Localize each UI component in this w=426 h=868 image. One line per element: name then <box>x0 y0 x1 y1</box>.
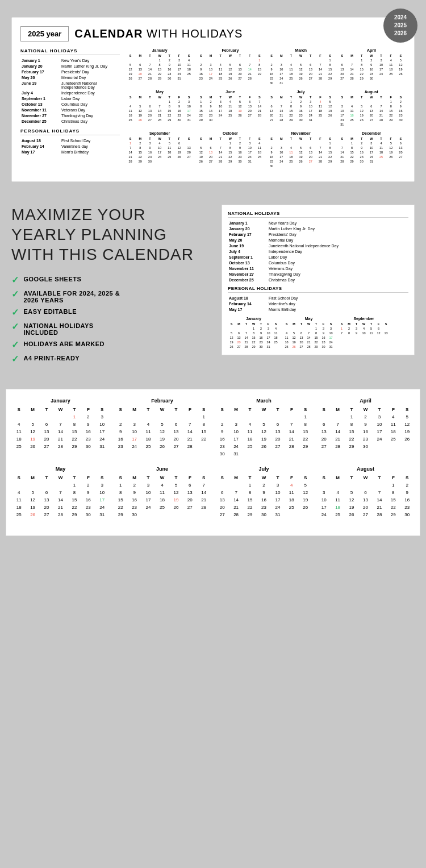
feature-item-6: ✓A4 PRINT-READY <box>11 355 210 364</box>
badge-year1: 2024 <box>394 14 407 22</box>
table-row: October 13Columbus Day <box>228 260 408 265</box>
feature-item-4: ✓NATIONAL HOLIDAYSINCLUDED <box>11 322 210 336</box>
preview-mini-jan: January SMTWTFS 1234 567891011 121314151… <box>228 317 279 349</box>
table-row: August 18First School Day <box>20 138 120 143</box>
mini-cal-august: August SMTWTFS 12 3456789 10111213141516… <box>337 90 406 127</box>
mini-cal-september: September SMTWTFS 123456 78910111213 141… <box>126 131 194 168</box>
personal-holidays-title: PERSONAL HOLIDAYS <box>20 128 120 135</box>
mini-cal-january: January SMTWTFS 1234 567891011 121314151… <box>126 48 194 85</box>
card-header: 2025 year CALENDAR WITH HOLIDAYS <box>20 26 406 41</box>
mini-cal-july: July SMTWTFS 12345 6789101112 1314151617… <box>267 90 335 127</box>
bottom-cal-jun2: June SMTWTFS 1234567 891011121314 151617… <box>114 466 211 518</box>
table-row: October 13Columbus Day <box>20 101 120 107</box>
check-icon-4: ✓ <box>11 321 19 332</box>
feature-label-1: GOOGLE SHEETS <box>24 276 82 283</box>
table-row: July 4Independence Day <box>228 248 408 254</box>
preview-personal-title: PERSONAL HOLIDAYS <box>228 286 408 293</box>
preview-national-table: January 1New Year's Day January 20Martin… <box>228 220 408 283</box>
table-row: November 27Thanksgiving Day <box>20 113 120 118</box>
table-row: May 17Mom's Birthday <box>228 306 408 312</box>
personal-holidays-table: August 18First School Day February 14Val… <box>20 138 120 155</box>
table-row: January 20Martin Luther King Jr. Day <box>228 226 408 231</box>
marketing-text: MAXIMIZE YOUR YEARLY PLANNING WITH THIS … <box>11 205 210 369</box>
feature-label-6: A4 PRINT-READY <box>24 355 80 362</box>
check-icon-5: ✓ <box>11 339 19 350</box>
table-row: November 27Thanksgiving Day <box>228 271 408 277</box>
feature-item-3: ✓EASY EDITABLE <box>11 308 210 318</box>
mini-cal-december: December SMTWTFS 123456 78910111213 1415… <box>337 131 406 168</box>
table-row: December 25Christmas Day <box>20 118 120 124</box>
table-row: May 26Memorial Day <box>20 74 120 80</box>
table-row: January 1New Year's Day <box>20 57 120 63</box>
mini-cal-may: May SMTWTFS 123 45678910 11121314151617 … <box>126 90 194 127</box>
card-year-box: 2025 year <box>20 26 69 41</box>
calendar-grid: January SMTWTFS 1234 567891011 121314151… <box>126 48 406 173</box>
bottom-cal-jan: January SMTWTFS 123 45678910 11121314151… <box>12 398 109 458</box>
marketing-headline: MAXIMIZE YOUR YEARLY PLANNING WITH THIS … <box>11 205 210 264</box>
features-list: ✓GOOGLE SHEETS ✓AVAILABLE FOR 2024, 2025… <box>11 276 210 364</box>
mini-cal-june: June SMTWTFS 1234567 891011121314 151617… <box>196 90 264 127</box>
feature-label-3: EASY EDITABLE <box>24 308 77 315</box>
year-badge: 2024 2025 2026 <box>383 9 417 43</box>
preview-personal-table: August 18First School Day February 14Val… <box>228 295 408 312</box>
national-holidays-title: NATIONAL HOLIDAYS <box>20 48 120 55</box>
feature-item-1: ✓GOOGLE SHEETS <box>11 276 210 285</box>
table-row: January 20Martin Luther King Jr. Day <box>20 63 120 69</box>
table-row: November 11Veterans Day <box>228 265 408 271</box>
feature-label-4: NATIONAL HOLIDAYSINCLUDED <box>24 322 94 336</box>
preview-national-title: NATIONAL HOLIDAYS <box>228 211 408 218</box>
table-row: February 17Presidents' Day <box>20 69 120 74</box>
table-row: May 17Mom's Birthday <box>20 149 120 155</box>
table-row: May 26Memorial Day <box>228 237 408 243</box>
personal-section: PERSONAL HOLIDAYS August 18First School … <box>20 128 120 155</box>
table-row: November 11Veterans Day <box>20 107 120 113</box>
check-icon-6: ✓ <box>11 354 19 364</box>
card-title: CALENDAR WITH HOLIDAYS <box>74 27 243 40</box>
bottom-cal-row2: May SMTWTFS 123 45678910 11121314151617 … <box>12 466 414 518</box>
badge-year2: 2025 <box>394 22 407 30</box>
table-row: February 14Valentine's day <box>228 301 408 306</box>
mini-cal-february: February SMTWTFS 1 2345678 9101112131415… <box>196 48 264 85</box>
cal-row-1: January SMTWTFS 1234 567891011 121314151… <box>126 48 406 85</box>
check-icon-3: ✓ <box>11 307 19 318</box>
table-row: September 1Labor Day <box>228 254 408 260</box>
table-row: September 1Labor Day <box>20 95 120 101</box>
card-title-bold: CALENDAR <box>74 27 143 40</box>
table-row: July 4Independence Day <box>20 90 120 95</box>
table-row: December 25Christmas Day <box>228 277 408 283</box>
badge-year3: 2026 <box>394 30 407 38</box>
mini-cal-november: November SMTWTFS 1 2345678 9101112131415… <box>267 131 335 168</box>
calendar-card: 2025 year CALENDAR WITH HOLIDAYS NATIONA… <box>11 17 415 182</box>
check-icon-2: ✓ <box>11 289 19 300</box>
mini-cal-march: March SMTWTFS 1 2345678 9101112131415 16… <box>267 48 335 85</box>
table-row: June 19Juneteenth National Independence … <box>20 80 120 90</box>
bottom-cal-row1: January SMTWTFS 123 45678910 11121314151… <box>12 398 414 458</box>
section3: January SMTWTFS 123 45678910 11121314151… <box>0 380 426 547</box>
bottom-cal-mar: March SMTWTFS 1 2345678 9101112131415 16… <box>215 398 312 458</box>
cal-row-2: May SMTWTFS 123 45678910 11121314151617 … <box>126 90 406 127</box>
feature-item-2: ✓AVAILABLE FOR 2024, 2025 &2026 YEARS <box>11 290 210 304</box>
bottom-cal-feb: February SMTWTFS 1 2345678 9101112131415… <box>114 398 211 458</box>
mini-cal-april: April SMTWTFS 12345 6789101112 131415161… <box>337 48 406 85</box>
holidays-panel: NATIONAL HOLIDAYS January 1New Year's Da… <box>20 48 120 173</box>
bottom-cal-aug2: August SMTWTFS 12 3456789 10111213141516… <box>317 466 414 518</box>
table-row: February 14Valentine's day <box>20 143 120 149</box>
cal-row-3: September SMTWTFS 123456 78910111213 141… <box>126 131 406 168</box>
preview-mini-sep: September SMTWTFS 123456 78910111213 <box>338 317 390 349</box>
section1: 2024 2025 2026 2025 year CALENDAR WITH H… <box>0 0 426 193</box>
check-icon-1: ✓ <box>11 275 19 285</box>
national-holidays-table: January 1New Year's Day January 20Martin… <box>20 57 120 124</box>
bottom-cal-apr: April SMTWTFS 12345 6789101112 131415161… <box>317 398 414 458</box>
feature-label-2: AVAILABLE FOR 2024, 2025 &2026 YEARS <box>24 290 120 304</box>
mini-cal-october: October SMTWTFS 1234 567891011 121314151… <box>196 131 264 168</box>
preview-card: NATIONAL HOLIDAYS January 1New Year's Da… <box>222 205 415 355</box>
section2: MAXIMIZE YOUR YEARLY PLANNING WITH THIS … <box>0 193 426 380</box>
preview-mini-cals: January SMTWTFS 1234 567891011 121314151… <box>228 317 408 349</box>
bottom-cal-card: January SMTWTFS 123 45678910 11121314151… <box>6 389 420 536</box>
card-body: NATIONAL HOLIDAYS January 1New Year's Da… <box>20 48 406 173</box>
bottom-cal-jul2: July SMTWTFS 12345 6789101112 1314151617… <box>215 466 312 518</box>
table-row: January 1New Year's Day <box>228 220 408 226</box>
bottom-cal-may2: May SMTWTFS 123 45678910 11121314151617 … <box>12 466 109 518</box>
preview-mini-may: May SMTWTFS 123 45678910 11121314151617 … <box>283 317 335 349</box>
table-row: June 19Juneteenth National Independence … <box>228 243 408 248</box>
